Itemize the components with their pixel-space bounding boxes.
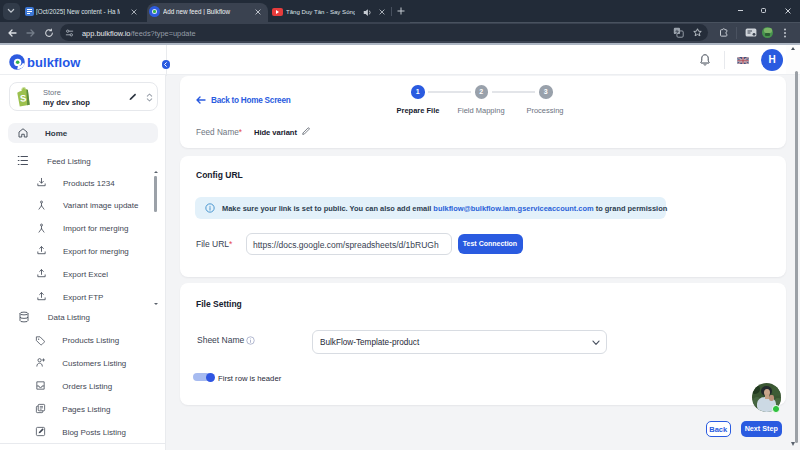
svg-text:S: S bbox=[20, 92, 27, 103]
